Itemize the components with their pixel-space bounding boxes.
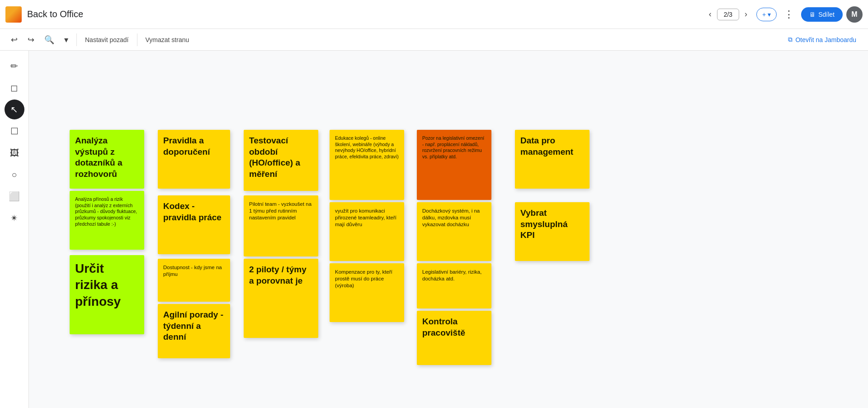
top-bar-actions: + ▾ ⋮ 🖥 Sdílet M xyxy=(756,6,863,23)
app-title: Back to Office xyxy=(27,9,83,19)
app-logo xyxy=(5,6,22,23)
sticky-note-s14[interactable]: Pozor na legislativní omezení - např. pr… xyxy=(417,130,491,200)
sticky-text-s1: Analýza výstupů z dotazníků a rozhovorů xyxy=(75,135,139,180)
sticky-text-s7: Agilní porady - týdenní a denní xyxy=(163,309,225,343)
sticky-text-s11: Edukace kolegů - online školení, webinář… xyxy=(335,135,399,160)
sticky-text-s2: Analýza přínosů a rizik (použití i analý… xyxy=(75,196,139,227)
sticky-note-s4[interactable]: Pravidla a doporučení xyxy=(158,130,230,189)
sticky-text-s18: Data pro management xyxy=(520,135,584,157)
select-tool[interactable]: ↖ xyxy=(5,100,24,119)
page-indicator: 2/3 xyxy=(717,9,739,20)
sticky-text-s14: Pozor na legislativní omezení - např. pr… xyxy=(422,135,486,160)
redo-button[interactable]: ↪ xyxy=(24,32,38,47)
sticky-note-s6[interactable]: Dostupnost - kdy jsme na příjmu xyxy=(158,259,230,302)
sticky-text-s4: Pravidla a doporučení xyxy=(163,135,225,157)
sticky-text-s15: Docházkový systém, i na dálku, mzdovka m… xyxy=(422,208,486,228)
shape-tool[interactable]: ○ xyxy=(5,165,24,185)
main-layout: ✏ ◻ ↖ ☐ 🖼 ○ ⬜ ✴ Analýza výstupů z dotazn… xyxy=(0,51,868,408)
sticky-text-s13: Kompenzace pro ty, kteří prostě musí do … xyxy=(335,269,399,289)
sticky-note-s2[interactable]: Analýza přínosů a rizik (použití i analý… xyxy=(70,191,144,250)
sticky-tool[interactable]: ☐ xyxy=(5,121,24,141)
clear-button[interactable]: Vymazat stranu xyxy=(142,33,193,46)
sticky-note-s7[interactable]: Agilní porady - týdenní a denní xyxy=(158,304,230,358)
undo-button[interactable]: ↩ xyxy=(7,32,21,47)
sticky-text-s19: Vybrat smysluplná KPI xyxy=(520,208,584,241)
share-label: Sdílet xyxy=(818,11,835,18)
sticky-note-s12[interactable]: využít pro komunikaci přirozené teamlead… xyxy=(330,202,404,261)
sticky-note-s5[interactable]: Kodex - pravidla práce xyxy=(158,195,230,254)
toolbar-separator-2 xyxy=(137,33,137,46)
zoom-button[interactable]: 🔍 xyxy=(41,32,58,47)
image-tool[interactable]: 🖼 xyxy=(5,143,24,163)
toolbar: ↩ ↪ 🔍 ▾ Nastavit pozadí Vymazat stranu ⧉… xyxy=(0,29,868,51)
sticky-note-s13[interactable]: Kompenzace pro ty, kteří prostě musí do … xyxy=(330,263,404,322)
avatar[interactable]: M xyxy=(846,6,863,23)
canvas[interactable]: Analýza výstupů z dotazníků a rozhovorůA… xyxy=(29,51,868,408)
open-icon: ⧉ xyxy=(788,36,793,43)
sticky-note-s10[interactable]: 2 piloty / týmy a porovnat je xyxy=(244,259,318,338)
toolbar-separator-1 xyxy=(76,33,77,46)
sticky-note-s19[interactable]: Vybrat smysluplná KPI xyxy=(515,202,590,261)
next-page-button[interactable]: › xyxy=(741,7,751,22)
sticky-text-s5: Kodex - pravidla práce xyxy=(163,201,225,223)
sticky-text-s17: Kontrola pracoviště xyxy=(422,316,486,338)
sticky-text-s12: využít pro komunikaci přirozené teamlead… xyxy=(335,208,399,228)
pen-tool[interactable]: ✏ xyxy=(5,56,24,76)
open-jamboard-button[interactable]: ⧉ Otevřit na Jamboardu xyxy=(783,33,861,46)
share-icon: 🖥 xyxy=(809,11,816,18)
sticky-note-s16[interactable]: Legislativní bariéry, rizika, docházka a… xyxy=(417,263,491,308)
frame-tool[interactable]: ⬜ xyxy=(5,186,24,206)
sticky-note-s1[interactable]: Analýza výstupů z dotazníků a rozhovorů xyxy=(70,130,144,189)
top-bar: Back to Office ‹ 2/3 › + ▾ ⋮ 🖥 Sdílet M xyxy=(0,0,868,29)
sticky-text-s10: 2 piloty / týmy a porovnat je xyxy=(249,264,313,286)
sticky-text-s16: Legislativní bariéry, rizika, docházka a… xyxy=(422,269,486,282)
sticky-note-s18[interactable]: Data pro management xyxy=(515,130,590,189)
more-button[interactable]: ⋮ xyxy=(780,7,797,22)
eraser-tool[interactable]: ◻ xyxy=(5,78,24,98)
sticky-text-s8: Testovací období (HO/office) a měření xyxy=(249,135,313,180)
laser-tool[interactable]: ✴ xyxy=(5,208,24,228)
prev-page-button[interactable]: ‹ xyxy=(705,7,715,22)
share-button[interactable]: 🖥 Sdílet xyxy=(801,7,843,22)
sticky-note-s9[interactable]: Pilotní team - vyzkoušet na 1 týmu před … xyxy=(244,195,318,256)
sticky-note-s17[interactable]: Kontrola pracoviště xyxy=(417,311,491,365)
sticky-note-s15[interactable]: Docházkový systém, i na dálku, mzdovka m… xyxy=(417,202,491,261)
side-toolbar: ✏ ◻ ↖ ☐ 🖼 ○ ⬜ ✴ xyxy=(0,51,29,408)
sticky-text-s3: Určit rizika a přínosy xyxy=(75,261,139,310)
zoom-arrow[interactable]: ▾ xyxy=(61,32,72,47)
open-jamboard-label: Otevřit na Jamboardu xyxy=(795,36,856,43)
sticky-note-s11[interactable]: Edukace kolegů - online školení, webinář… xyxy=(330,130,404,200)
background-button[interactable]: Nastavit pozadí xyxy=(81,33,132,46)
sticky-note-s8[interactable]: Testovací období (HO/office) a měření xyxy=(244,130,318,191)
add-button[interactable]: + ▾ xyxy=(756,8,777,21)
sticky-note-s3[interactable]: Určit rizika a přínosy xyxy=(70,255,144,334)
toolbar-right: ⧉ Otevřit na Jamboardu xyxy=(783,33,861,46)
sticky-text-s9: Pilotní team - vyzkoušet na 1 týmu před … xyxy=(249,201,313,221)
sticky-text-s6: Dostupnost - kdy jsme na příjmu xyxy=(163,264,225,278)
nav-controls: ‹ 2/3 › xyxy=(705,7,751,22)
